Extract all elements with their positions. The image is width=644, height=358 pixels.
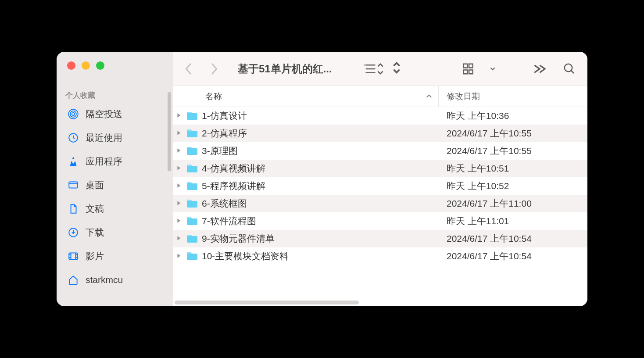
home-icon bbox=[67, 274, 79, 286]
file-name: 10-主要模块文档资料 bbox=[202, 250, 439, 262]
svg-rect-4 bbox=[69, 182, 78, 188]
sidebar-item-label: 应用程序 bbox=[86, 155, 122, 168]
disclosure-triangle-icon[interactable] bbox=[176, 165, 182, 172]
disclosure-triangle-icon[interactable] bbox=[176, 182, 182, 190]
search-button[interactable] bbox=[563, 62, 576, 75]
back-button[interactable] bbox=[184, 62, 193, 75]
file-date: 2024/6/17 上午11:00 bbox=[439, 197, 532, 210]
sidebar-item-downloads[interactable]: 下载 bbox=[63, 222, 173, 243]
clock-icon bbox=[67, 132, 79, 144]
file-date: 昨天 上午10:52 bbox=[439, 180, 509, 192]
disclosure-triangle-icon[interactable] bbox=[176, 147, 182, 155]
horizontal-scrollbar[interactable] bbox=[175, 301, 359, 304]
view-mode-button[interactable] bbox=[364, 62, 388, 75]
file-date: 2024/6/17 上午10:55 bbox=[439, 127, 532, 140]
table-row[interactable]: 7-软件流程图 昨天 上午11:01 bbox=[173, 212, 587, 230]
sidebar-item-label: 文稿 bbox=[86, 203, 104, 215]
table-row[interactable]: 4-仿真视频讲解 昨天 上午10:51 bbox=[173, 160, 587, 177]
folder-icon bbox=[186, 251, 198, 261]
table-row[interactable]: 3-原理图 2024/6/17 上午10:55 bbox=[173, 142, 587, 160]
group-button[interactable] bbox=[461, 62, 486, 75]
table-row[interactable]: 6-系统框图 2024/6/17 上午11:00 bbox=[173, 195, 587, 212]
file-date: 昨天 上午11:01 bbox=[439, 215, 509, 227]
file-name: 7-软件流程图 bbox=[202, 215, 439, 227]
more-button[interactable] bbox=[533, 62, 546, 75]
main-pane: 基于51单片机的红... bbox=[173, 52, 587, 306]
folder-icon bbox=[186, 199, 198, 208]
folder-icon bbox=[186, 164, 198, 173]
column-headers: 名称 修改日期 bbox=[173, 86, 587, 107]
svg-rect-8 bbox=[464, 64, 468, 68]
column-date-label: 修改日期 bbox=[447, 91, 480, 102]
minimize-button[interactable] bbox=[82, 61, 90, 70]
download-icon bbox=[67, 226, 79, 239]
disclosure-triangle-icon[interactable] bbox=[176, 112, 182, 120]
sidebar-item-label: 桌面 bbox=[86, 179, 104, 191]
svg-point-1 bbox=[70, 111, 76, 117]
svg-rect-6 bbox=[69, 253, 78, 259]
sidebar-item-label: 最近使用 bbox=[86, 132, 122, 144]
disclosure-triangle-icon[interactable] bbox=[176, 200, 182, 208]
sidebar-item-movies[interactable]: 影片 bbox=[63, 245, 173, 267]
movies-icon bbox=[67, 250, 79, 262]
file-name: 2-仿真程序 bbox=[202, 127, 439, 140]
sidebar-item-recents[interactable]: 最近使用 bbox=[63, 127, 173, 149]
column-name-header[interactable]: 名称 bbox=[173, 91, 438, 102]
window-title: 基于51单片机的红... bbox=[238, 62, 332, 76]
desktop-icon bbox=[67, 179, 79, 191]
document-icon bbox=[67, 203, 79, 215]
sidebar: 个人收藏 隔空投送 最近使用 应用程序 bbox=[57, 52, 173, 306]
disclosure-triangle-icon[interactable] bbox=[176, 129, 182, 137]
disclosure-triangle-icon[interactable] bbox=[176, 217, 182, 225]
folder-icon bbox=[186, 234, 198, 243]
svg-point-12 bbox=[565, 64, 572, 72]
file-name: 9-实物元器件清单 bbox=[202, 233, 439, 245]
sidebar-item-home[interactable]: starkmcu bbox=[63, 269, 173, 291]
file-list: 1-仿真设计 昨天 上午10:36 2-仿真程序 2024/6/17 上午10:… bbox=[173, 107, 587, 306]
table-row[interactable]: 1-仿真设计 昨天 上午10:36 bbox=[173, 107, 587, 125]
file-date: 昨天 上午10:36 bbox=[439, 110, 509, 122]
sidebar-item-label: 影片 bbox=[86, 250, 104, 262]
toolbar: 基于51单片机的红... bbox=[173, 52, 587, 86]
chevron-down-icon bbox=[490, 64, 495, 73]
file-name: 1-仿真设计 bbox=[202, 110, 439, 122]
sidebar-item-desktop[interactable]: 桌面 bbox=[63, 174, 173, 196]
svg-rect-11 bbox=[469, 70, 473, 74]
sidebar-item-label: 隔空投送 bbox=[86, 108, 122, 120]
close-button[interactable] bbox=[67, 61, 75, 70]
disclosure-triangle-icon[interactable] bbox=[176, 235, 182, 243]
file-name: 3-原理图 bbox=[202, 145, 439, 157]
svg-rect-10 bbox=[464, 70, 468, 74]
forward-button[interactable] bbox=[210, 62, 218, 75]
traffic-lights bbox=[57, 52, 173, 86]
file-name: 5-程序视频讲解 bbox=[202, 180, 439, 192]
sidebar-item-applications[interactable]: 应用程序 bbox=[63, 150, 173, 172]
sidebar-scrollbar[interactable] bbox=[168, 92, 171, 171]
folder-icon bbox=[186, 216, 198, 226]
view-updown-icon bbox=[392, 60, 401, 78]
sort-ascending-icon bbox=[426, 92, 432, 101]
svg-rect-9 bbox=[469, 64, 473, 68]
sidebar-item-documents[interactable]: 文稿 bbox=[63, 198, 173, 220]
airdrop-icon bbox=[67, 108, 79, 120]
folder-icon bbox=[186, 129, 198, 138]
column-name-label: 名称 bbox=[205, 91, 222, 102]
file-date: 2024/6/17 上午10:55 bbox=[439, 145, 532, 157]
folder-icon bbox=[186, 181, 198, 191]
column-date-header[interactable]: 修改日期 bbox=[438, 86, 587, 107]
sidebar-item-airdrop[interactable]: 隔空投送 bbox=[63, 103, 173, 125]
table-row[interactable]: 10-主要模块文档资料 2024/6/17 上午10:54 bbox=[173, 247, 587, 265]
file-name: 4-仿真视频讲解 bbox=[202, 162, 439, 175]
applications-icon bbox=[67, 155, 79, 168]
sidebar-section-label: 个人收藏 bbox=[57, 86, 173, 102]
svg-point-0 bbox=[72, 113, 75, 116]
maximize-button[interactable] bbox=[96, 61, 104, 70]
disclosure-triangle-icon[interactable] bbox=[176, 252, 182, 260]
table-row[interactable]: 2-仿真程序 2024/6/17 上午10:55 bbox=[173, 125, 587, 142]
table-row[interactable]: 5-程序视频讲解 昨天 上午10:52 bbox=[173, 177, 587, 195]
sidebar-item-label: 下载 bbox=[86, 226, 104, 239]
file-date: 昨天 上午10:51 bbox=[439, 162, 509, 175]
table-row[interactable]: 9-实物元器件清单 2024/6/17 上午10:54 bbox=[173, 230, 587, 247]
folder-icon bbox=[186, 111, 198, 121]
file-date: 2024/6/17 上午10:54 bbox=[439, 250, 532, 262]
